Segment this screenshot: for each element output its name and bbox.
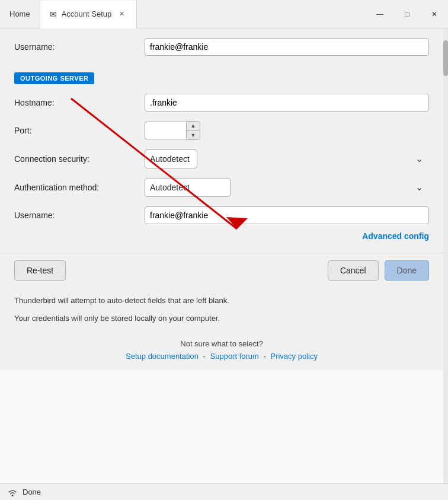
port-input-group: ▲ ▼ [145, 121, 200, 140]
svg-point-2 [12, 495, 14, 496]
port-row: Port: ▲ ▼ [0, 116, 443, 145]
outgoing-username-label: Username: [14, 211, 145, 220]
outgoing-server-header: OUTGOING SERVER [0, 65, 443, 89]
done-button[interactable]: Done [385, 260, 429, 281]
port-spinner: ▲ ▼ [186, 121, 200, 140]
retest-button[interactable]: Re-test [14, 260, 66, 281]
info-text-area: Thunderbird will attempt to auto-detect … [0, 288, 443, 335]
window-controls: — □ ✕ [366, 0, 448, 28]
email-icon: ✉ [50, 9, 57, 19]
separator2: - [264, 352, 266, 361]
buttons-row: Re-test Cancel Done [0, 253, 443, 288]
incoming-server-section: Username: [0, 28, 443, 65]
not-sure-label: Not sure what to select? [14, 339, 429, 348]
scrollbar-thumb[interactable] [443, 40, 448, 76]
cancel-button[interactable]: Cancel [328, 260, 379, 281]
auth-method-row: Authentication method: Autodetect None N… [0, 173, 443, 202]
outgoing-username-row: Username: [0, 202, 443, 229]
auth-method-label: Authentication method: [14, 183, 145, 192]
port-decrement-button[interactable]: ▼ [187, 130, 200, 139]
hostname-row: Hostname: [0, 89, 443, 116]
help-links-area: Not sure what to select? Setup documenta… [0, 335, 443, 370]
port-increment-button[interactable]: ▲ [187, 122, 200, 130]
connection-security-row: Connection security: Autodetect None STA… [0, 145, 443, 173]
setup-doc-link[interactable]: Setup documentation [126, 352, 199, 361]
tab-account-setup[interactable]: ✉ Account Setup ✕ [40, 1, 137, 28]
info-line1: Thunderbird will attempt to auto-detect … [14, 295, 429, 307]
wifi-icon [7, 487, 18, 498]
support-forum-link[interactable]: Support forum [210, 352, 259, 361]
maximize-button[interactable]: □ [393, 0, 421, 28]
separator1: - [203, 352, 206, 361]
auth-method-wrapper: Autodetect None Normal password Encrypte… [145, 178, 429, 197]
privacy-policy-link[interactable]: Privacy policy [270, 352, 317, 361]
titlebar: Home ✉ Account Setup ✕ — □ ✕ [0, 0, 448, 28]
advanced-config-row: Advanced config [0, 229, 443, 246]
content-area: Username: OUTGOING SERVER Hostname: Port… [0, 28, 443, 483]
auth-method-select[interactable]: Autodetect None Normal password Encrypte… [145, 178, 231, 197]
hostname-label: Hostname: [14, 98, 145, 107]
hostname-input[interactable] [145, 94, 429, 112]
statusbar-done-label: Done [23, 488, 41, 496]
incoming-username-input[interactable] [145, 38, 429, 56]
connection-security-wrapper: Autodetect None STARTTLS SSL/TLS [145, 149, 429, 168]
tab-home[interactable]: Home [0, 0, 40, 28]
connection-security-label: Connection security: [14, 154, 145, 164]
tab-account-setup-label: Account Setup [62, 9, 112, 18]
incoming-username-label: Username: [14, 42, 145, 52]
outgoing-username-input[interactable] [145, 206, 429, 224]
help-links: Setup documentation - Support forum - Pr… [14, 352, 429, 361]
incoming-username-row: Username: [14, 33, 429, 60]
tab-close-button[interactable]: ✕ [116, 9, 127, 20]
statusbar: Done [0, 483, 448, 500]
advanced-config-link[interactable]: Advanced config [362, 231, 429, 241]
scrollbar-track[interactable] [443, 28, 448, 483]
port-label: Port: [14, 126, 145, 135]
outgoing-server-label: OUTGOING SERVER [14, 72, 94, 84]
minimize-button[interactable]: — [366, 0, 393, 28]
port-input[interactable] [145, 122, 186, 139]
tab-home-label: Home [9, 9, 30, 18]
close-button[interactable]: ✕ [421, 0, 448, 28]
outgoing-server-section: OUTGOING SERVER Hostname: Port: ▲ ▼ [0, 65, 443, 253]
connection-security-select[interactable]: Autodetect None STARTTLS SSL/TLS [145, 149, 197, 168]
main-container: Username: OUTGOING SERVER Hostname: Port… [0, 28, 448, 483]
info-line2: Your credentials will only be stored loc… [14, 313, 429, 324]
